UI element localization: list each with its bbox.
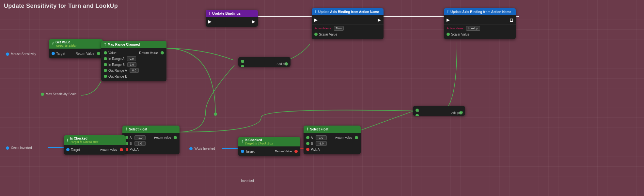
sf1-b-input[interactable]: 1.0 [134, 141, 146, 146]
map-outra-pin [104, 69, 107, 72]
select-float-1-header: f Select Float [122, 126, 180, 133]
yaxis-pin [189, 147, 193, 150]
axis1-exec-row [312, 17, 384, 23]
map-range-body: Value Return Value In Range A 0.0 In Ran… [101, 48, 166, 81]
node-axis1-body: Action Name Turn Scalar Value [312, 15, 384, 39]
sf2-b-row: B -1.0 [304, 141, 361, 146]
axis1-action-row: Action Name Turn [312, 25, 384, 31]
addpin1-in2 [241, 65, 244, 67]
function-icon-gv: f [52, 42, 54, 46]
node-is-checked-1[interactable]: f Is Checked Target is Check Box Target … [64, 135, 126, 155]
map-inra-pin [104, 57, 107, 60]
add-pin-1-body: ✕ Add pin + [238, 57, 291, 67]
node-select-float-2[interactable]: f Select Float A 1.0 Return Value B -1.0… [304, 126, 361, 154]
select-float-1-body: A -1.0 Return Value B 1.0 Pick A [122, 133, 180, 154]
node-axis-binding-2[interactable]: f Update Axis Binding from Action Name A… [444, 8, 516, 39]
function-icon-2: f [447, 9, 448, 14]
map-inrb-pin [104, 63, 107, 66]
function-icon-sf2: f [307, 127, 308, 131]
node-axis-binding-1[interactable]: f Update Axis Binding from Action Name A… [312, 8, 384, 39]
ic2-target-pin [241, 150, 244, 153]
sf2-pick-row: Pick A [304, 146, 361, 152]
sf1-pick-row: Pick A [122, 146, 180, 152]
node-add-pin-2[interactable]: ✕ Add pin + [413, 106, 465, 116]
map-outrb-row: Out Range B [101, 73, 166, 79]
axis1-exec-in [314, 19, 318, 22]
map-range-header: f Map Range Clamped [101, 41, 166, 48]
mouse-sensitivity-var: Mouse Sensitivity [6, 52, 36, 56]
map-inrb-input[interactable]: 1.0 [127, 62, 136, 67]
ic1-target-pin [66, 148, 70, 151]
sf1-a-row: A -1.0 Return Value [122, 135, 180, 141]
ic1-return-pin [120, 148, 123, 151]
sf1-return-pin [174, 136, 177, 139]
map-inrb-row: In Range B 1.0 [101, 62, 166, 68]
ic2-target-row: Target Return Value [238, 148, 300, 154]
select-float-2-body: A 1.0 Return Value B -1.0 Pick A [304, 133, 361, 154]
node-get-value[interactable]: f Get Value Target is Slider Target Retu… [49, 39, 103, 58]
function-icon: f [209, 11, 210, 16]
select-float-2-header: f Select Float [304, 126, 361, 133]
function-icon-sf1: f [126, 127, 127, 131]
exec-out-pin [252, 20, 255, 23]
node-axis2-body: Action Name LookUp Scalar Value [444, 15, 516, 39]
is-checked-2-header: f Is Checked Target is Check Box [238, 137, 300, 146]
map-outrb-pin [104, 75, 107, 78]
addpin2-in1 [416, 109, 419, 112]
axis1-scalar-pin [314, 33, 318, 36]
exec-in-pin [208, 20, 212, 23]
max-sensitivity-var: Max Sensitivity Scale [41, 92, 76, 96]
axis2-scalar-row: Scalar Value [444, 31, 516, 37]
get-value-target-pin [52, 52, 55, 55]
map-value-pin [104, 51, 107, 54]
get-value-body: Target Return Value [49, 49, 103, 58]
node-is-checked-2[interactable]: f Is Checked Target is Check Box Target … [238, 137, 300, 156]
node-axis2-header: f Update Axis Binding from Action Name [444, 8, 516, 15]
sf1-a-input[interactable]: -1.0 [134, 135, 146, 140]
node-update-bindings[interactable]: f Update Bindings [206, 10, 258, 27]
axis2-action-row: Action Name LookUp [444, 25, 516, 31]
add-pin-2-body: ✕ Add pin + [413, 106, 465, 116]
map-inra-row: In Range A 0.0 [101, 56, 166, 62]
map-outra-row: Out Range A 0.0 [101, 68, 166, 73]
get-value-target-row: Target Return Value [49, 51, 103, 56]
sf2-a-row: A 1.0 Return Value [304, 135, 361, 141]
function-icon-mr: f [104, 42, 106, 47]
axis1-exec-out [378, 19, 381, 22]
sf2-a-input[interactable]: 1.0 [316, 135, 327, 140]
sf1-b-row: B 1.0 [122, 141, 180, 146]
axis2-exec-in [447, 19, 450, 22]
axis2-exec-out [510, 19, 513, 22]
ic2-return-pin [294, 150, 298, 153]
axis1-scalar-row: Scalar Value [312, 31, 384, 37]
sf2-b-input[interactable]: -1.0 [316, 141, 327, 146]
yaxis-inverted-var: YAxis Inverted [189, 147, 215, 150]
function-icon-ic2: f [242, 140, 243, 144]
sf2-pick-pin [306, 148, 309, 151]
function-icon-ic1: f [67, 138, 68, 143]
map-outra-input[interactable]: 0.0 [130, 68, 139, 73]
sf2-a-pin [306, 136, 309, 139]
ic1-target-row: Target Return Value [64, 147, 126, 153]
addpin2-in2 [416, 114, 419, 116]
map-inra-input[interactable]: 0.0 [127, 56, 136, 61]
node-select-float-1[interactable]: f Select Float A -1.0 Return Value B 1.0… [122, 126, 180, 154]
node-update-bindings-header: f Update Bindings [206, 10, 258, 17]
node-add-pin-1[interactable]: ✕ Add pin + [238, 57, 291, 67]
is-checked-1-header: f Is Checked Target is Check Box [64, 135, 126, 145]
get-value-return-pin [97, 52, 100, 55]
sf2-b-pin [306, 142, 309, 145]
page-title: Update Sensitivity for Turn and LookUp [4, 3, 118, 9]
node-update-bindings-body [206, 17, 258, 27]
inverted-label: Inverted [241, 179, 254, 183]
mouse-sens-pin [6, 53, 9, 56]
svg-point-0 [214, 113, 217, 116]
xaxis-pin [6, 146, 9, 150]
axis2-exec-row [444, 17, 516, 23]
function-icon-1: f [315, 9, 316, 14]
addpin1-in1 [241, 60, 244, 63]
is-checked-1-body: Target Return Value [64, 145, 126, 155]
node-map-range[interactable]: f Map Range Clamped Value Return Value I… [101, 41, 166, 81]
get-value-header: f Get Value Target is Slider [49, 39, 103, 49]
axis2-scalar-pin [447, 33, 450, 36]
